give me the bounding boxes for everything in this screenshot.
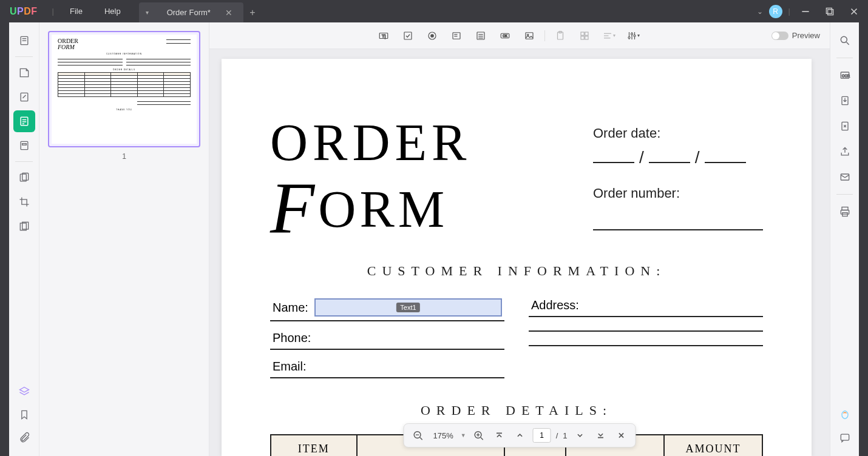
order-details-title: ORDER DETAILS: xyxy=(270,403,763,418)
main-container: ORDER FORM CUSTOMER INFORMATION ORDER DE… xyxy=(9,22,859,456)
pdf-page[interactable]: ORDER FORM Order date: // Order number: … xyxy=(222,59,812,456)
svg-line-49 xyxy=(420,438,422,440)
page-separator: / xyxy=(556,431,558,440)
thumbnails-panel: ORDER FORM CUSTOMER INFORMATION ORDER DE… xyxy=(39,22,209,456)
document-title: ORDER FORM xyxy=(270,119,471,239)
attachment-icon[interactable] xyxy=(13,427,35,449)
left-sidebar xyxy=(9,22,39,456)
svg-point-45 xyxy=(631,33,633,35)
align-tool-icon[interactable]: ▾ xyxy=(602,29,615,42)
search-icon[interactable] xyxy=(834,30,856,52)
menu-help[interactable]: Help xyxy=(93,7,132,16)
sidebar-separator xyxy=(836,58,853,58)
field-name-badge: Text1 xyxy=(396,303,419,312)
toolbar-separator xyxy=(544,30,545,41)
edit-tool-icon[interactable] xyxy=(13,86,35,108)
svg-rect-65 xyxy=(842,207,848,210)
document-tab[interactable]: Order Form* ✕ xyxy=(156,2,243,22)
chevron-down-icon[interactable]: ⌄ xyxy=(757,7,763,16)
form-tool-icon[interactable] xyxy=(13,110,35,132)
svg-rect-21 xyxy=(404,32,412,39)
phone-label: Phone: xyxy=(273,331,311,345)
radio-tool-icon[interactable] xyxy=(426,29,439,42)
svg-point-44 xyxy=(628,36,630,38)
convert-icon[interactable] xyxy=(834,115,856,137)
checkbox-tool-icon[interactable] xyxy=(401,29,415,42)
email-icon[interactable] xyxy=(834,166,856,188)
comment-tool-icon[interactable] xyxy=(13,62,35,84)
zoom-in-icon[interactable] xyxy=(471,428,487,443)
table-header-item: ITEM xyxy=(271,435,357,456)
svg-rect-68 xyxy=(841,434,849,440)
ai-assistant-icon[interactable] xyxy=(834,404,856,426)
order-date-label: Order date: xyxy=(593,126,763,141)
bookmark-icon[interactable] xyxy=(13,404,35,426)
svg-text:T|: T| xyxy=(382,33,386,39)
preview-label: Preview xyxy=(792,31,820,40)
svg-rect-24 xyxy=(453,32,460,39)
svg-rect-38 xyxy=(585,32,588,35)
menu-file[interactable]: File xyxy=(59,7,93,16)
reader-tool-icon[interactable] xyxy=(13,30,35,52)
page-thumbnail[interactable]: ORDER FORM CUSTOMER INFORMATION ORDER DE… xyxy=(48,31,200,147)
svg-rect-1 xyxy=(826,8,832,13)
next-page-icon[interactable] xyxy=(572,428,588,443)
svg-line-53 xyxy=(481,438,483,440)
close-bar-icon[interactable] xyxy=(614,428,629,443)
crop-tool-icon[interactable] xyxy=(13,191,35,213)
image-field-tool-icon[interactable] xyxy=(523,29,536,42)
settings-tool-icon[interactable]: ▾ xyxy=(626,29,640,42)
close-window-icon[interactable] xyxy=(845,2,863,21)
dropdown-tool-icon[interactable] xyxy=(450,29,463,42)
feedback-icon[interactable] xyxy=(834,427,856,449)
titlebar: UPDF | File Help ▾ Order Form* ✕ + ⌄ R | xyxy=(0,0,868,22)
name-text-field[interactable]: Text1 xyxy=(314,298,502,317)
svg-rect-14 xyxy=(22,144,26,146)
order-date-field: // xyxy=(593,146,763,167)
redact-tool-icon[interactable] xyxy=(13,167,35,189)
zoom-out-icon[interactable] xyxy=(410,428,426,443)
print-icon[interactable] xyxy=(834,201,856,223)
svg-text:OK: OK xyxy=(503,34,507,38)
zoom-value: 175% xyxy=(430,431,455,440)
table-header-amount: AMOUNT xyxy=(664,435,762,456)
close-tab-icon[interactable]: ✕ xyxy=(225,8,232,18)
titlebar-right: ⌄ R | xyxy=(757,2,868,21)
compress-tool-icon[interactable] xyxy=(13,215,35,237)
last-page-icon[interactable] xyxy=(593,428,609,443)
text-field-tool-icon[interactable]: T| xyxy=(377,29,390,42)
grid-tool-icon[interactable] xyxy=(578,29,591,42)
ocr-icon[interactable]: OCR xyxy=(834,64,856,86)
button-tool-icon[interactable]: OK xyxy=(498,29,512,42)
first-page-icon[interactable] xyxy=(492,428,507,443)
export-icon[interactable] xyxy=(834,90,856,112)
app-logo: UPDF xyxy=(0,6,47,17)
window-separator: | xyxy=(788,7,790,16)
sidebar-separator xyxy=(836,194,853,195)
prev-page-icon[interactable] xyxy=(512,428,528,443)
zoom-dropdown-icon[interactable]: ▼ xyxy=(461,432,466,438)
preview-toggle[interactable] xyxy=(771,32,788,40)
minimize-icon[interactable] xyxy=(796,2,815,21)
layers-icon[interactable] xyxy=(13,381,35,403)
paste-tool-icon[interactable] xyxy=(554,29,567,42)
tab-title: Order Form* xyxy=(167,8,211,17)
page-number-input[interactable] xyxy=(533,428,551,443)
share-icon[interactable] xyxy=(834,141,856,163)
svg-text:OCR: OCR xyxy=(842,74,850,78)
form-toolbar: T| OK ▾ ▾ Preview xyxy=(209,22,830,49)
organize-tool-icon[interactable] xyxy=(13,135,35,156)
maximize-icon[interactable] xyxy=(821,2,839,21)
zoom-navigation-bar: 175% ▼ / 1 xyxy=(403,423,636,448)
listbox-tool-icon[interactable] xyxy=(474,29,487,42)
sidebar-separator xyxy=(15,56,33,57)
right-sidebar: OCR xyxy=(830,22,859,456)
menu-separator: | xyxy=(47,7,59,16)
svg-rect-39 xyxy=(581,36,584,39)
name-label: Name: xyxy=(273,301,308,315)
customer-section-title: CUSTOMER INFORMATION: xyxy=(270,263,763,279)
tab-dropdown[interactable]: ▾ xyxy=(139,2,156,22)
svg-rect-13 xyxy=(21,141,28,149)
new-tab-button[interactable]: + xyxy=(243,2,262,22)
user-avatar[interactable]: R xyxy=(769,5,782,18)
